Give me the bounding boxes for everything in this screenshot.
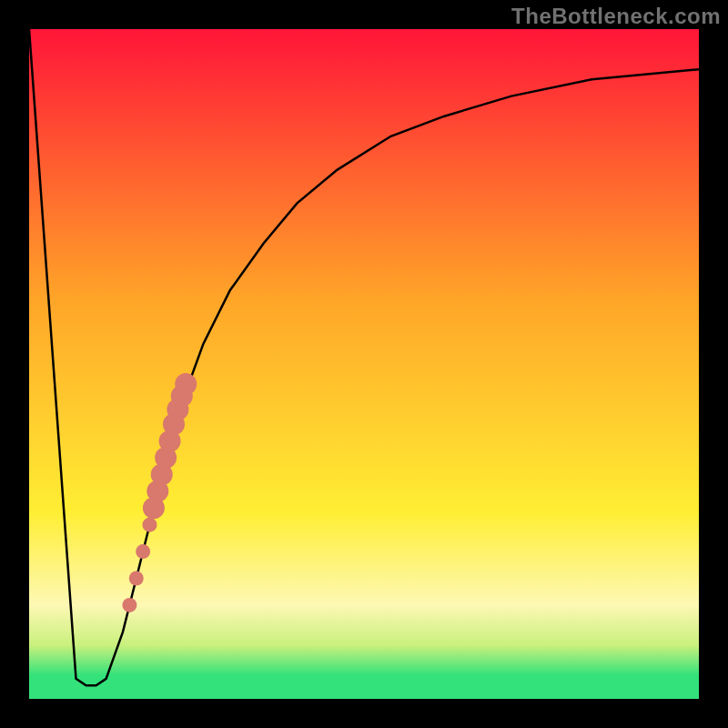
curve-marker <box>142 518 157 532</box>
curve-marker <box>122 598 136 612</box>
chart-container: TheBottleneck.com <box>0 0 728 728</box>
bottleneck-chart <box>0 0 728 728</box>
curve-marker <box>136 544 150 559</box>
watermark-text: TheBottleneck.com <box>511 4 721 29</box>
curve-marker <box>175 373 197 395</box>
curve-marker <box>129 571 144 586</box>
